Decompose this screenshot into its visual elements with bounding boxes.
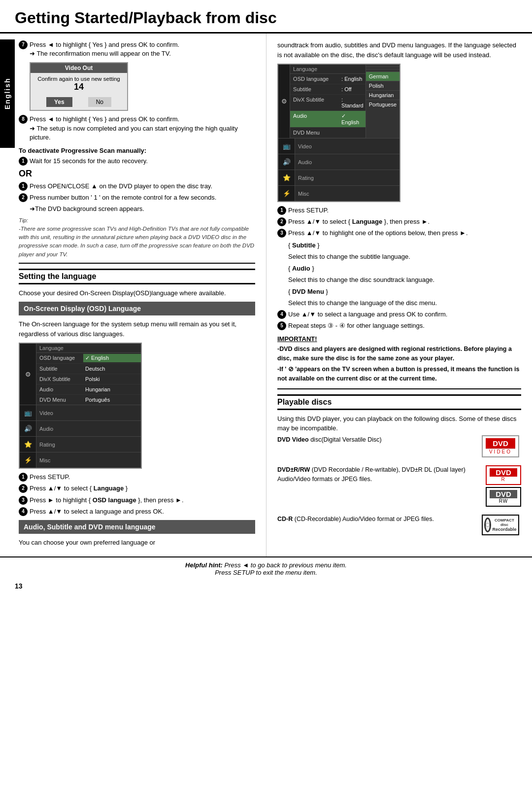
hint-footer: Helpful hint: Press ◄ to go back to prev… (0, 556, 532, 580)
yes-button[interactable]: Yes (46, 97, 72, 107)
step-8-arrow: ➜ The setup is now completed and you can… (30, 125, 238, 141)
dvd-menu-option: { DVD Menu } Select this to change the l… (288, 287, 521, 308)
right-step-1: 1 Press SETUP. (277, 206, 521, 215)
dvd-video-logo: DVD VIDEO (482, 435, 521, 457)
setting-language-desc: Choose your desired On-Screen Display(OS… (19, 288, 255, 298)
page-number: 13 (0, 580, 532, 590)
sidebar-english-label: English (0, 39, 15, 148)
no-button[interactable]: No (88, 97, 111, 107)
important-box: IMPORTANT! -DVD discs and players are de… (277, 335, 521, 383)
right-step-5: 5 Repeat steps ③ - ④ for other language … (277, 321, 521, 330)
or-arrow: ➜The DVD background screen appears. (30, 205, 255, 212)
video-out-mockup: Video Out Confirm again to use new setti… (30, 62, 255, 111)
right-step-3: 3 Press ▲/▼ to highlight one of the opti… (277, 229, 521, 238)
step-8-text: Press ◄ to highlight { Yes } and press O… (30, 115, 255, 142)
dvd-video-text: DVD Video disc(Digital Versatile Disc) (277, 435, 476, 445)
right-step-4-circle: 4 (277, 310, 286, 319)
right-step-1-circle: 1 (277, 206, 286, 215)
dvd-rw-text: DVD±R/RW (DVD Recordable / Re-writable),… (277, 465, 480, 484)
video-out-confirm: Confirm again to use new setting 14 (31, 73, 127, 95)
deactivate-step-1-circle: 1 (19, 157, 28, 166)
or-step-2: 2 Press number button ' 1 ' on the remot… (19, 193, 255, 202)
video-out-title: Video Out (31, 63, 127, 73)
cdr-logo: COMPACTdiscRecordable (482, 515, 521, 535)
page-wrapper: Getting Started/Playback from disc Engli… (0, 0, 532, 610)
osd-step-3: 3 Press ► to highlight { OSD language },… (19, 496, 255, 505)
lang-row-label: Language (36, 344, 141, 353)
osd-step-4-circle: 4 (19, 507, 28, 516)
dvd-rw-logo: DVD RW (486, 487, 521, 507)
osd-step-2: 2 Press ▲/▼ to select { Language } (19, 484, 255, 493)
tip-block: Tip: -There are some progressive scan TV… (19, 216, 255, 259)
video-out-buttons: Yes No (31, 95, 127, 110)
disc-logos-list: DVD Video disc(Digital Versatile Disc) D… (277, 435, 521, 539)
divider-1 (19, 263, 255, 264)
osd-step-2-circle: 2 (19, 484, 28, 493)
disc-item-dvd-rw: DVD±R/RW (DVD Recordable / Re-writable),… (277, 465, 521, 507)
audio-subtitle-desc: You can choose your own preferred langua… (19, 538, 255, 548)
audio-subtitle-desc2: soundtrack from audio, subtitles and DVD… (277, 40, 521, 60)
right-step-2: 2 Press ▲/▼ to select { Language }, then… (277, 217, 521, 226)
osd-step-3-circle: 3 (19, 496, 28, 505)
step-8-circle: 8 (19, 115, 28, 124)
step-7-arrow: ➜ The reconfirmation menu will appear on… (30, 50, 171, 57)
important-title: IMPORTANT! (277, 335, 521, 343)
right-step-2-circle: 2 (277, 217, 286, 226)
osd-step-1-circle: 1 (19, 473, 28, 482)
or-step-2-circle: 2 (19, 193, 28, 202)
osd-menu-mockup: ⚙ Language OSD language ✓ English Subtit… (19, 343, 255, 469)
osd-heading-box: On-Screen Display (OSD) Language (19, 302, 255, 315)
divider-2 (277, 388, 521, 389)
subtitle-option: { Subtitle } Select this to change the s… (288, 241, 521, 262)
osd-desc: The On-screen language for the system se… (19, 319, 255, 339)
osd-step-4: 4 Press ▲/▼ to select a language and pre… (19, 507, 255, 516)
right-step-5-circle: 5 (277, 321, 286, 330)
cdr-text: CD-R (CD-Recordable) Audio/Video format … (277, 515, 476, 524)
content-area: 7 Press ◄ to highlight { Yes } and press… (0, 34, 532, 556)
playable-discs-desc: Using this DVD player, you can playback … (277, 414, 521, 433)
right-column: soundtrack from audio, subtitles and DVD… (266, 34, 532, 556)
right-menu-mockup: ⚙ Language OSD language : English Subtit… (277, 64, 521, 202)
left-column: 7 Press ◄ to highlight { Yes } and press… (0, 34, 266, 556)
audio-option: { Audio } Select this to change the disc… (288, 264, 521, 285)
or-step-1-circle: 1 (19, 182, 28, 191)
hint-label: Helpful hint: (185, 561, 223, 569)
playable-discs-heading: Playable discs (277, 394, 521, 410)
step-7: 7 Press ◄ to highlight { Yes } and press… (19, 40, 255, 58)
right-step-4: 4 Use ▲/▼ to select a language and press… (277, 310, 521, 319)
page-title: Getting Started/Playback from disc (0, 0, 532, 34)
deactivate-heading: To deactivate Progressive Scan manually: (19, 147, 255, 154)
hint-text-2: Press SETUP to exit the menu item. (215, 569, 317, 576)
dvd-rw-logos: DVD R DVD RW (486, 465, 521, 507)
or-step-1: 1 Press OPEN/CLOSE ▲ on the DVD player t… (19, 182, 255, 191)
lang-icon: ⚙ (20, 344, 36, 405)
osd-step-1: 1 Press SETUP. (19, 473, 255, 482)
audio-subtitle-heading-box: Audio, Subtitle and DVD menu language (19, 520, 255, 534)
disc-item-dvd-video: DVD Video disc(Digital Versatile Disc) D… (277, 435, 521, 457)
deactivate-step-1: 1 Wait for 15 seconds for the auto recov… (19, 157, 255, 166)
or-label: OR (19, 169, 255, 179)
right-step-3-circle: 3 (277, 229, 286, 238)
step-8: 8 Press ◄ to highlight { Yes } and press… (19, 115, 255, 142)
step-7-circle: 7 (19, 40, 28, 49)
disc-item-cdr: CD-R (CD-Recordable) Audio/Video format … (277, 515, 521, 535)
hint-text-1: Press ◄ to go back to previous menu item… (225, 561, 347, 569)
step-7-text: Press ◄ to highlight { Yes } and press O… (30, 40, 255, 58)
dvd-r-logo: DVD R (486, 465, 521, 485)
setting-language-heading: Setting the language (19, 269, 255, 284)
